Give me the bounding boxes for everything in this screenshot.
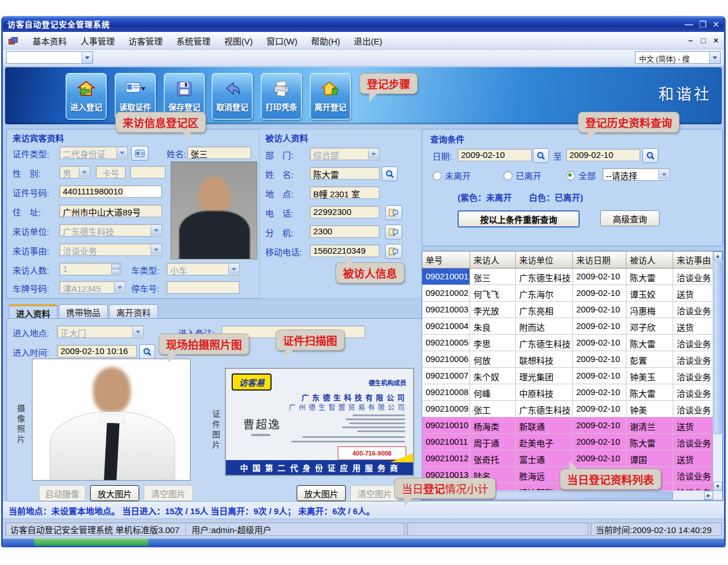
language-bar[interactable]: 中文 (简体) - 搜 — [635, 51, 721, 64]
table-cell[interactable]: 新联通 — [516, 417, 573, 434]
menu-view[interactable]: 视图(V) — [217, 33, 260, 48]
table-cell[interactable]: 广东海尔 — [516, 285, 573, 302]
parking-field[interactable] — [167, 281, 240, 294]
table-cell[interactable]: 2009-02-10 — [573, 318, 626, 335]
col-header[interactable]: 来访单位 — [516, 251, 573, 269]
table-cell[interactable]: 送货 — [673, 417, 714, 434]
search-person-button[interactable] — [382, 166, 398, 181]
col-header[interactable]: 被访人 — [626, 251, 673, 269]
table-cell[interactable]: 090210010 — [422, 417, 470, 434]
table-cell[interactable]: 2009-02-10 — [573, 417, 626, 434]
table-cell[interactable]: 张工 — [470, 401, 516, 417]
date-from-picker-button[interactable] — [533, 148, 549, 163]
table-cell[interactable]: 李思 — [470, 335, 516, 351]
table-cell[interactable]: 何放 — [470, 351, 516, 368]
quick-select-combo[interactable] — [6, 51, 93, 64]
table-cell[interactable]: 谢清兰 — [626, 417, 673, 434]
chevron-down-icon[interactable] — [151, 225, 161, 235]
visited-name-field[interactable]: 陈大雷 — [310, 167, 379, 180]
date-from-field[interactable]: 2009-02-10 — [458, 149, 532, 161]
chevron-down-icon[interactable] — [114, 282, 124, 292]
chevron-down-icon[interactable] — [658, 169, 669, 180]
sms-ext-button[interactable] — [385, 225, 402, 239]
address-field[interactable]: 广州市中山大道89号 — [59, 205, 162, 217]
table-row[interactable]: 090210009张工广东德生科技2009-02-10钟美洽谈业务 — [422, 401, 722, 417]
table-cell[interactable]: 张奇托 — [470, 450, 516, 467]
id-number-field[interactable]: 4401111980010 — [59, 185, 162, 198]
table-cell[interactable]: 陈大雷 — [626, 335, 673, 351]
table-cell[interactable]: 2009-02-10 — [573, 401, 626, 417]
table-cell[interactable]: 谭玉姣 — [626, 285, 673, 302]
tab-leave-info[interactable]: 离开资料 — [109, 304, 158, 319]
clear-id-button[interactable]: 清空图片 — [350, 485, 399, 501]
table-cell[interactable]: 附而达 — [516, 318, 573, 335]
table-cell[interactable]: 090210012 — [422, 450, 470, 467]
table-cell[interactable]: 钟美 — [626, 401, 673, 417]
table-cell[interactable]: 090210009 — [422, 401, 470, 417]
table-row[interactable]: 090210008何峰中原科技2009-02-10陈大雷洽谈业务 — [422, 384, 722, 401]
table-cell[interactable]: 洽谈业务 — [673, 434, 714, 450]
requery-button[interactable]: 按以上条件重新查询 — [458, 210, 580, 227]
table-cell[interactable]: 090210001 — [422, 269, 470, 285]
date-to-field[interactable]: 2009-02-10 — [566, 149, 640, 161]
menu-visitor[interactable]: 访客管理 — [122, 33, 169, 48]
id-type-select[interactable]: 二代身份证 — [59, 147, 128, 159]
restore-icon[interactable]: ❐ — [699, 20, 706, 29]
table-cell[interactable]: 洽谈业务 — [673, 467, 714, 483]
table-cell[interactable]: 李光放 — [470, 302, 516, 318]
table-row[interactable]: 090210011周于通赴美电子2009-02-10陈大雷洽谈业务 — [422, 434, 722, 450]
tab-entry-info[interactable]: 进入资料 — [9, 304, 58, 320]
table-row[interactable]: 090210010杨海类新联通2009-02-10谢清兰送货 — [422, 417, 722, 434]
vertical-scrollbar[interactable]: ▲ ▼ — [713, 251, 722, 500]
table-cell[interactable]: 090210005 — [422, 335, 470, 351]
plate-select[interactable]: 津A12345 — [59, 281, 126, 294]
table-cell[interactable]: 何峰 — [470, 384, 516, 401]
table-cell[interactable]: 冯惠梅 — [626, 302, 673, 318]
card-reader-button[interactable] — [131, 146, 148, 161]
mobile-field[interactable]: 15602210349 — [310, 245, 379, 257]
status-select[interactable]: --请选择 — [602, 168, 670, 181]
radio-not-left[interactable]: 未离开 — [432, 169, 471, 181]
table-cell[interactable]: 2009-02-10 — [573, 351, 626, 368]
table-cell[interactable]: 2009-02-10 — [573, 434, 626, 450]
table-cell[interactable]: 广东德生科技 — [516, 335, 573, 351]
table-cell[interactable]: 陈大雷 — [626, 434, 673, 450]
card-no-field[interactable] — [130, 166, 165, 178]
stepper-arrows-icon[interactable] — [111, 264, 120, 274]
chevron-down-icon[interactable] — [228, 264, 238, 274]
menu-help[interactable]: 帮助(H) — [304, 33, 347, 48]
menu-window[interactable]: 窗口(W) — [260, 33, 304, 48]
entry-time-field[interactable]: 2009-02-10 10:16 — [57, 345, 137, 357]
mdi-minimize-icon[interactable]: – — [689, 36, 693, 45]
table-cell[interactable]: 洽谈业务 — [673, 335, 714, 351]
leave-register-button[interactable]: 离开登记 — [310, 73, 351, 120]
table-cell[interactable]: 2009-02-10 — [573, 285, 626, 302]
table-cell[interactable]: 联想科技 — [516, 351, 573, 368]
chevron-down-icon[interactable] — [116, 148, 127, 158]
scroll-down-icon[interactable]: ▼ — [713, 482, 722, 491]
print-slip-button[interactable]: 打印凭条 — [261, 73, 302, 120]
col-header[interactable]: 来访人 — [470, 251, 516, 269]
table-cell[interactable]: 洽谈业务 — [673, 351, 714, 368]
table-cell[interactable]: 赴美电子 — [516, 434, 573, 450]
zoom-id-button[interactable]: 放大图片 — [297, 485, 346, 501]
table-cell[interactable]: 洽谈业务 — [673, 368, 714, 384]
table-cell[interactable]: 洽谈业务 — [673, 269, 714, 285]
scroll-thumb[interactable] — [714, 262, 722, 434]
chevron-down-icon[interactable] — [151, 245, 161, 255]
table-cell[interactable]: 洽谈业务 — [673, 302, 714, 318]
mdi-restore-icon[interactable]: □ — [701, 36, 705, 45]
table-cell[interactable]: 广东德生科技 — [516, 401, 573, 417]
visit-company-select[interactable]: 广东德生科技 — [59, 224, 162, 237]
table-cell[interactable]: 2009-02-10 — [573, 368, 626, 384]
table-cell[interactable]: 090210003 — [422, 302, 470, 318]
table-cell[interactable]: 2009-02-10 — [573, 269, 626, 285]
table-cell[interactable]: 富士通 — [516, 450, 573, 467]
table-cell[interactable]: 周于通 — [470, 434, 516, 450]
table-cell[interactable]: 钟美玉 — [626, 368, 673, 384]
table-cell[interactable]: 090210008 — [422, 384, 470, 401]
table-cell[interactable]: 陈大雷 — [626, 269, 673, 285]
menu-exit[interactable]: 退出(E) — [347, 33, 389, 48]
table-row[interactable]: 090210007朱个奴理光集团2009-02-10钟美玉洽谈业务 — [422, 368, 722, 384]
dept-select[interactable]: 综合部 — [310, 148, 379, 160]
